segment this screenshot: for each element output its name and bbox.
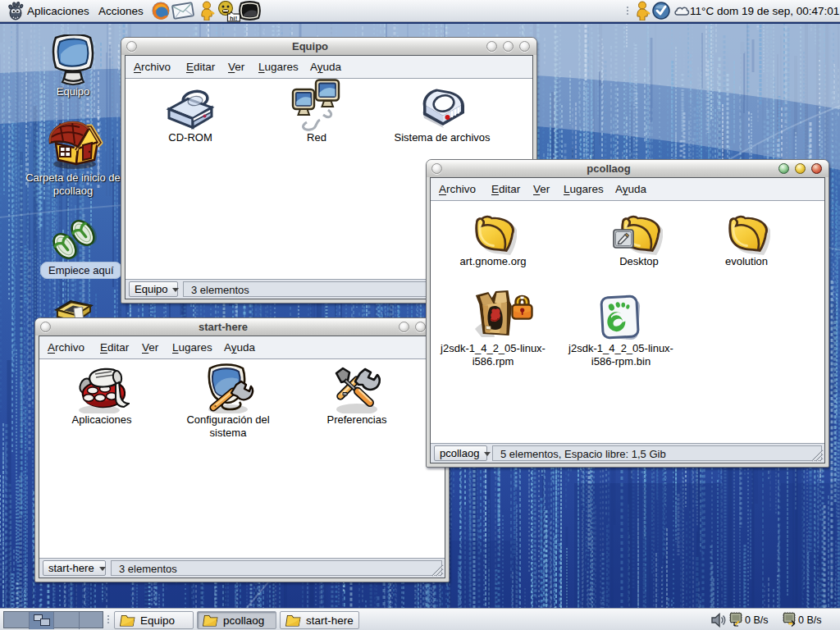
svg-text:hi!: hi! (230, 15, 237, 22)
